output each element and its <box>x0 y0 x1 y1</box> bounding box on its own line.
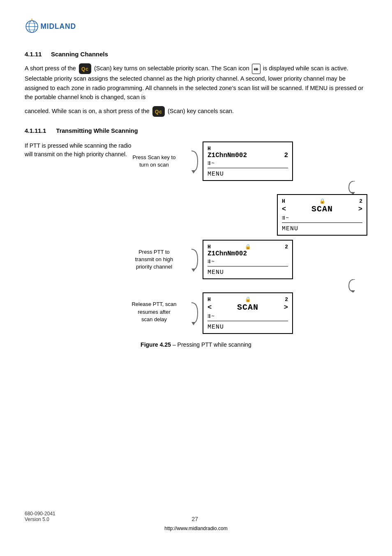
left-col-text: If PTT is pressed while scanning the rad… <box>25 141 131 159</box>
svg-marker-10 <box>191 322 196 325</box>
figure-label: Figure 4.25 <box>141 341 171 348</box>
footer: 680-090-2041 Version 5.0 27 http://www.m… <box>25 482 367 531</box>
connector-arrow-2 <box>345 279 365 292</box>
arrow-scan-down <box>181 149 202 174</box>
subsection-number: 4.1.11.1 <box>25 127 46 134</box>
svg-text:MIDLAND: MIDLAND <box>40 22 76 30</box>
paragraph-2: canceled. While scan is on, a short pres… <box>25 106 367 117</box>
scan-button-icon-2: Qc <box>152 106 165 117</box>
section-number: 4.1.11 <box>25 51 42 58</box>
scan-button-icon: Qc <box>79 63 91 74</box>
diagram-section: If PTT is pressed while scanning the rad… <box>25 141 367 334</box>
arrow-release-down <box>181 301 202 325</box>
paragraph-1: A short press of the Qc (Scan) key turns… <box>25 63 367 102</box>
midland-logo: MIDLAND <box>25 16 90 37</box>
svg-marker-6 <box>191 170 196 174</box>
radio-box-3: H 🔒 2 Z1ChnNm002 ⇶∼ MENU <box>203 240 293 279</box>
section-title: Scanning Channels <box>51 51 108 58</box>
arrow-ptt-down <box>181 247 202 272</box>
label-press-ptt: Press PTT to transmit on high priority c… <box>131 248 177 271</box>
footer-bottom: 680-090-2041 Version 5.0 27 <box>25 511 367 522</box>
diagram-right-col: Press Scan key to turn on scan H Z1Ch <box>131 141 367 334</box>
radio-box-1: H Z1ChnNm002 2 ⇶∼ MENU <box>203 141 293 181</box>
label-release-ptt: Release PTT, scan resumes after scan del… <box>131 292 177 323</box>
page-container: MIDLAND 4.1.11 Scanning Channels A short… <box>0 0 392 556</box>
subsection-body: If PTT is pressed while scanning the rad… <box>25 141 131 159</box>
scan-antenna-icon: ⇺ <box>252 64 261 74</box>
radio-box-2: H 🔒 2 < SCAN > ⇶∼ MENU <box>277 194 367 236</box>
footer-left: 680-090-2041 Version 5.0 <box>25 511 55 522</box>
subsection-title: Transmitting While Scanning <box>56 127 138 134</box>
footer-part-number: 680-090-2041 <box>25 511 55 517</box>
footer-version: Version 5.0 <box>25 517 55 522</box>
label-press-scan: Press Scan key to turn on scan <box>131 154 177 169</box>
footer-page-number: 27 <box>192 516 198 522</box>
footer-url: http://www.midlandradio.com <box>25 526 367 531</box>
svg-marker-8 <box>191 269 196 272</box>
section-heading: 4.1.11 Scanning Channels <box>25 51 367 58</box>
radio-box-4: H 🔒 2 < SCAN > ⇶∼ MENU <box>203 292 293 334</box>
connector-arrow-1 <box>345 181 365 194</box>
subsection-heading: 4.1.11.1 Transmitting While Scanning <box>25 127 367 134</box>
figure-caption: Figure 4.25 – Pressing PTT while scannin… <box>25 341 367 348</box>
logo-area: MIDLAND <box>25 16 367 38</box>
